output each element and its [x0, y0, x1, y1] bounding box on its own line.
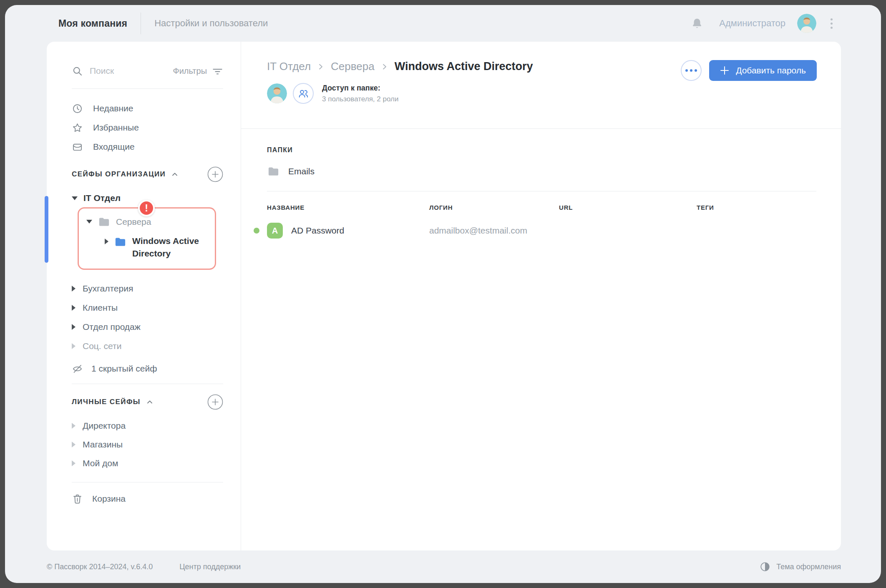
triangle-right-icon[interactable]: [105, 239, 108, 244]
password-row[interactable]: A AD Password admailbox@testmail.com: [267, 223, 841, 239]
topbar-right: Администратор: [691, 14, 835, 33]
page-title: Windows Active Directory: [395, 60, 533, 73]
sidebar-divider: [72, 88, 223, 89]
clock-icon: [72, 103, 83, 114]
breadcrumb-servera[interactable]: Сервера: [331, 60, 375, 73]
triangle-right-icon[interactable]: [72, 442, 76, 447]
sidebar-item-favorites[interactable]: Избранные: [72, 118, 223, 137]
triangle-right-icon[interactable]: [72, 460, 76, 466]
support-link[interactable]: Центр поддержки: [179, 563, 241, 571]
sidebar: Поиск Фильтры Недавние: [47, 42, 241, 550]
search-input[interactable]: Поиск: [72, 65, 173, 77]
plus-icon: [720, 66, 729, 75]
theme-label: Тема оформления: [776, 563, 841, 571]
org-vault-list: Бухгалтерия Клиенты Отдел продаж Соц. се…: [72, 279, 223, 356]
table-header: НАЗВАНИЕ ЛОГИН URL ТЕГИ: [267, 204, 841, 211]
personal-vaults-title: ЛИЧНЫЕ СЕЙФЫ: [72, 398, 141, 406]
eye-slash-icon: [72, 363, 83, 374]
triangle-right-icon[interactable]: [72, 343, 76, 349]
vault-item-soc-seti[interactable]: Соц. сети: [72, 337, 223, 356]
main-card: Поиск Фильтры Недавние: [47, 42, 841, 550]
sidebar-item-recent[interactable]: Недавние: [72, 99, 223, 118]
alert-badge: !: [138, 200, 155, 216]
company-name: Моя компания: [58, 18, 127, 29]
chevron-right-icon: [317, 63, 324, 70]
filters-button[interactable]: Фильтры: [173, 65, 223, 77]
access-text: Доступ к папке: 3 пользователя, 2 роли: [322, 84, 398, 103]
filter-icon: [212, 65, 223, 77]
triangle-down-icon[interactable]: [86, 220, 92, 224]
folder-icon-blue: [114, 235, 127, 248]
tree-item-servera[interactable]: Сервера: [86, 215, 209, 228]
column-tags: ТЕГИ: [697, 204, 841, 211]
star-icon: [72, 122, 83, 133]
password-login: admailbox@testmail.com: [429, 226, 559, 236]
folder-icon: [98, 215, 111, 228]
triangle-right-icon[interactable]: [72, 324, 76, 330]
top-bar: Моя компания Настройки и пользователи Ад…: [5, 5, 881, 42]
personal-vaults-section-header: ЛИЧНЫЕ СЕЙФЫ: [72, 394, 223, 410]
add-org-vault-button[interactable]: [207, 166, 223, 182]
access-title: Доступ к папке:: [322, 84, 398, 93]
access-subtitle: 3 пользователя, 2 роли: [322, 95, 398, 103]
more-menu-icon[interactable]: [828, 16, 835, 31]
search-icon: [72, 65, 83, 77]
column-url: URL: [559, 204, 697, 211]
vault-item-moy-dom[interactable]: Мой дом: [72, 454, 223, 473]
sidebar-divider: [72, 384, 223, 384]
triangle-right-icon[interactable]: [72, 305, 76, 311]
vault-item-magaziny[interactable]: Магазины: [72, 435, 223, 454]
add-password-button[interactable]: Добавить пароль: [709, 60, 817, 81]
copyright-label: © Пассворк 2014–2024, v.6.4.0: [47, 563, 153, 571]
avatar[interactable]: [797, 14, 816, 33]
breadcrumb-it-otdel[interactable]: IT Отдел: [267, 60, 311, 73]
highlighted-folder-group: ! Сервера Windows Active Directory: [78, 207, 216, 270]
main-panel: IT Отдел Сервера Windows Active Director…: [241, 42, 841, 550]
content-divider: [267, 191, 816, 191]
search-row: Поиск Фильтры: [72, 63, 223, 79]
trash-link[interactable]: Корзина: [72, 493, 223, 505]
password-name: AD Password: [291, 226, 344, 236]
password-letter-badge: A: [267, 223, 283, 239]
filters-label: Фильтры: [173, 66, 207, 76]
collapse-chevron-icon[interactable]: [146, 398, 154, 406]
vault-item-otdel-prodazh[interactable]: Отдел продаж: [72, 317, 223, 337]
password-name-cell: A AD Password: [267, 223, 429, 239]
sidebar-item-inbox[interactable]: Входящие: [72, 137, 223, 156]
current-user-label[interactable]: Администратор: [719, 18, 785, 29]
hidden-vaults-toggle[interactable]: 1 скрытый сейф: [72, 363, 223, 374]
footer: © Пассворк 2014–2024, v.6.4.0 Центр подд…: [47, 550, 841, 583]
members-button[interactable]: [293, 83, 314, 104]
settings-users-link[interactable]: Настройки и пользователи: [154, 18, 268, 29]
add-personal-vault-button[interactable]: [207, 394, 223, 410]
theme-toggle[interactable]: Тема оформления: [760, 561, 841, 572]
selection-indicator: [45, 196, 48, 263]
triangle-right-icon[interactable]: [72, 286, 76, 291]
theme-half-circle-icon: [760, 561, 770, 572]
folders-section-title: ПАПКИ: [267, 146, 841, 154]
header-actions: Добавить пароль: [681, 60, 817, 81]
triangle-down-icon[interactable]: [72, 196, 78, 200]
folder-access-row: Доступ к папке: 3 пользователя, 2 роли: [267, 83, 841, 104]
column-login: ЛОГИН: [429, 204, 559, 211]
vault-item-direktora[interactable]: Директора: [72, 417, 223, 435]
column-name: НАЗВАНИЕ: [267, 204, 429, 211]
more-actions-button[interactable]: [681, 60, 702, 81]
topbar-divider: [141, 13, 141, 34]
collapse-chevron-icon[interactable]: [171, 170, 179, 178]
tree-item-windows-active-directory[interactable]: Windows Active Directory: [105, 235, 209, 260]
triangle-right-icon[interactable]: [72, 423, 76, 429]
member-avatar[interactable]: [267, 83, 287, 103]
sidebar-divider: [72, 482, 223, 482]
vault-tree: IT Отдел ! Сервера: [72, 193, 223, 270]
status-dot: [254, 228, 259, 234]
search-placeholder: Поиск: [90, 66, 114, 76]
vault-item-buhgalteria[interactable]: Бухгалтерия: [72, 279, 223, 298]
personal-vault-list: Директора Магазины Мой дом: [72, 417, 223, 473]
main-header: IT Отдел Сервера Windows Active Director…: [241, 42, 841, 129]
folder-item-emails[interactable]: Emails: [267, 165, 315, 178]
inbox-icon: [72, 141, 83, 153]
chevron-right-icon: [381, 63, 388, 70]
vault-item-klienty[interactable]: Клиенты: [72, 298, 223, 317]
bell-icon[interactable]: [691, 17, 703, 30]
